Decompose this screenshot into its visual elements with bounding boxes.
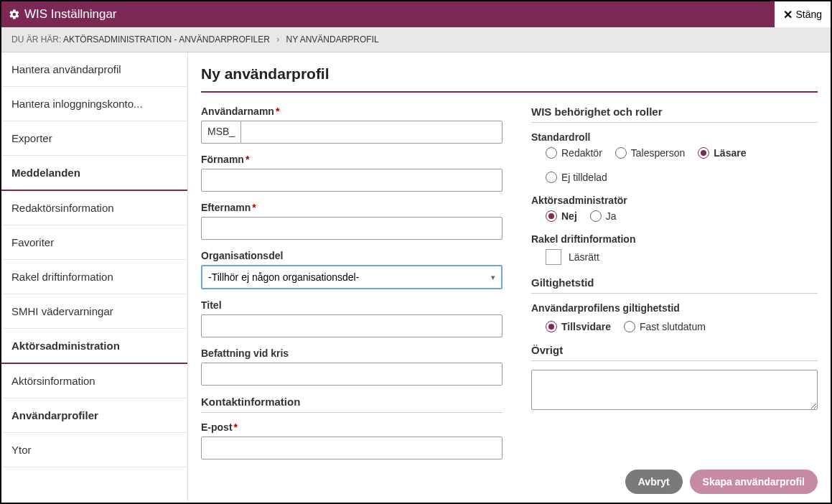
sidebar-item[interactable]: Exporter <box>1 121 187 156</box>
rakel-read-checkbox[interactable] <box>546 249 561 265</box>
radio-icon <box>546 321 557 332</box>
radio-label: Nej <box>561 210 577 222</box>
actoradmin-label: Aktörsadministratör <box>531 195 818 206</box>
username-prefix: MSB_ <box>201 121 240 144</box>
radio-option[interactable]: Redaktör <box>546 147 602 159</box>
breadcrumb-current: NY ANVÄNDARPROFIL <box>286 34 379 45</box>
radio-option[interactable]: Ej tilldelad <box>546 172 607 183</box>
close-button[interactable]: ✕ Stäng <box>775 1 831 27</box>
close-icon: ✕ <box>783 8 793 22</box>
create-button[interactable]: Skapa användarprofil <box>690 470 818 494</box>
radio-label: Ej tilldelad <box>561 172 607 183</box>
radio-label: Talesperson <box>631 147 686 159</box>
close-label: Stäng <box>795 9 822 20</box>
sidebar: Hantera användarprofilHantera inloggning… <box>1 52 188 501</box>
stdrole-radio-group: RedaktörTalespersonLäsareEj tilldelad <box>531 147 818 183</box>
sidebar-item[interactable]: Hantera inloggningskonto... <box>1 87 187 121</box>
sidebar-section: Meddelanden <box>1 156 187 191</box>
validity-header: Giltighetstid <box>531 276 818 294</box>
radio-option[interactable]: Läsare <box>698 147 746 159</box>
breadcrumb: DU ÄR HÄR: AKTÖRSADMINISTRATION - ANVÄND… <box>1 27 831 52</box>
radio-icon <box>546 147 557 159</box>
page-title: Ny användarprofil <box>201 65 818 93</box>
radio-icon <box>624 321 635 332</box>
sidebar-item[interactable]: Redaktörsinformation <box>1 191 187 225</box>
crisis-input[interactable] <box>201 363 503 386</box>
stdrole-label: Standardroll <box>531 131 818 143</box>
sidebar-item[interactable]: Favoriter <box>1 225 187 260</box>
breadcrumb-prefix: DU ÄR HÄR: <box>11 34 61 45</box>
radio-option[interactable]: Nej <box>546 210 577 222</box>
radio-icon <box>590 210 602 222</box>
username-input[interactable] <box>240 121 503 144</box>
title-label: Titel <box>201 299 503 311</box>
footer-buttons: Avbryt Skapa användarprofil <box>625 470 818 494</box>
radio-option[interactable]: Tillsvidare <box>546 321 611 332</box>
sidebar-item[interactable]: Rakel driftinformation <box>1 260 187 294</box>
sidebar-section: Aktörsadministration <box>1 329 187 364</box>
sidebar-item[interactable]: SMHI vädervarningar <box>1 294 187 329</box>
contact-header: Kontaktinformation <box>201 396 503 413</box>
rakel-label: Rakel driftinformation <box>531 233 818 245</box>
radio-icon <box>546 172 557 183</box>
orgpart-select[interactable]: -Tillhör ej någon organisationsdel- <box>201 265 503 289</box>
radio-label: Ja <box>606 210 617 222</box>
radio-option[interactable]: Talesperson <box>615 147 686 159</box>
breadcrumb-link[interactable]: AKTÖRSADMINISTRATION - ANVÄNDARPROFILER <box>63 34 270 45</box>
radio-label: Fast slutdatum <box>640 321 706 332</box>
email-input[interactable] <box>201 437 503 459</box>
sidebar-item[interactable]: Användarprofiler <box>1 398 187 433</box>
title-input[interactable] <box>201 314 503 337</box>
radio-label: Tillsvidare <box>561 321 611 332</box>
lastname-input[interactable] <box>201 217 503 240</box>
gear-icon <box>9 9 20 20</box>
radio-label: Redaktör <box>561 147 602 159</box>
radio-icon <box>546 210 557 222</box>
main-panel: Ny användarprofil Användarnamn* MSB_ För… <box>188 52 831 501</box>
sidebar-item[interactable]: Aktörsinformation <box>1 364 187 398</box>
sidebar-item[interactable]: Hantera användarprofil <box>1 52 187 87</box>
username-label: Användarnamn* <box>201 106 503 117</box>
header-title-wrap: WIS Inställningar <box>9 7 117 22</box>
radio-label: Läsare <box>714 147 746 159</box>
chevron-right-icon: › <box>276 34 279 45</box>
radio-icon <box>615 147 627 159</box>
form-left-column: Användarnamn* MSB_ Förnamn* Efternamn* O… <box>201 106 503 470</box>
perms-header: WIS behörighet och roller <box>531 106 818 123</box>
lastname-label: Efternamn* <box>201 202 503 213</box>
sidebar-item[interactable]: Ytor <box>1 433 187 467</box>
radio-icon <box>698 147 709 159</box>
header-bar: WIS Inställningar ✕ Stäng <box>1 1 831 27</box>
radio-option[interactable]: Ja <box>590 210 617 222</box>
firstname-label: Förnamn* <box>201 154 503 165</box>
firstname-input[interactable] <box>201 169 503 192</box>
radio-option[interactable]: Fast slutdatum <box>624 321 706 332</box>
validity-radio-group: TillsvidareFast slutdatum <box>531 321 818 332</box>
orgpart-label: Organisationsdel <box>201 250 503 261</box>
email-label: E-post* <box>201 421 503 433</box>
header-title: WIS Inställningar <box>24 7 117 22</box>
actoradmin-radio-group: NejJa <box>531 210 818 222</box>
profile-validity-label: Användarprofilens giltighetstid <box>531 302 818 314</box>
form-right-column: WIS behörighet och roller Standardroll R… <box>531 106 818 470</box>
cancel-button[interactable]: Avbryt <box>625 470 683 494</box>
crisis-label: Befattning vid kris <box>201 347 503 359</box>
other-header: Övrigt <box>531 344 818 361</box>
other-textarea[interactable] <box>531 370 818 410</box>
rakel-read-label: Läsrätt <box>569 251 599 263</box>
